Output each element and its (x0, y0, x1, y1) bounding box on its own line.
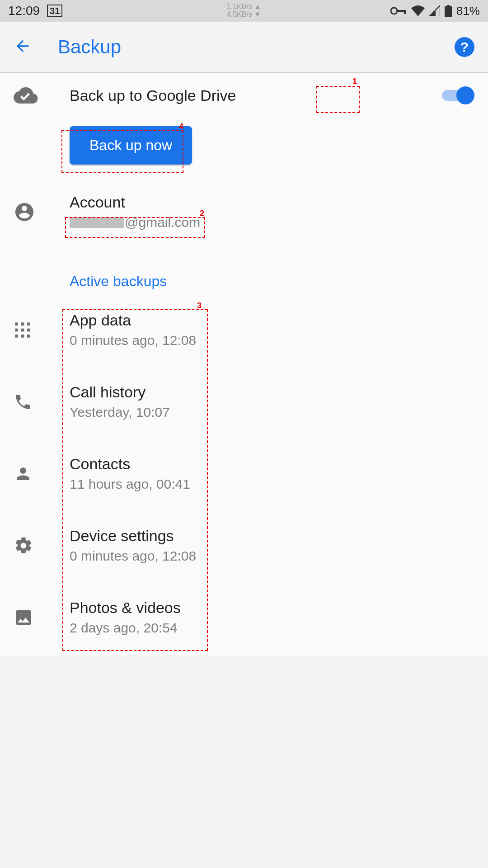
svg-point-0 (391, 8, 397, 14)
status-time: 12:09 (8, 4, 40, 18)
svg-rect-5 (15, 322, 18, 326)
calendar-date-icon: 31 (47, 5, 62, 17)
account-circle-icon (14, 201, 70, 223)
svg-rect-2 (404, 10, 406, 14)
svg-rect-13 (27, 335, 30, 338)
redacted-text (70, 217, 124, 228)
person-icon (14, 464, 70, 483)
svg-rect-7 (27, 322, 30, 326)
highlight-label-2: 2 (200, 209, 204, 218)
battery-icon (445, 5, 452, 17)
cell-signal-icon (429, 5, 440, 16)
list-item-subtitle: 11 hours ago, 00:41 (70, 476, 474, 492)
highlight-label-3: 3 (197, 301, 202, 311)
svg-rect-4 (445, 6, 452, 17)
backup-to-drive-row[interactable]: Back up to Google Drive (0, 73, 488, 118)
account-email: @gmail.com (70, 215, 474, 230)
list-item-subtitle: 2 days ago, 20:54 (70, 620, 474, 636)
active-backups-header: Active backups (0, 253, 488, 296)
list-item-subtitle: Yesterday, 10:07 (70, 405, 474, 420)
network-speed-indicator: 1.1KB/s ▲ 4.5KB/s ▼ (165, 3, 323, 19)
cloud-done-icon (14, 87, 70, 104)
call-history-row[interactable]: Call history Yesterday, 10:07 (0, 368, 488, 440)
svg-rect-8 (15, 328, 18, 331)
svg-rect-10 (27, 328, 30, 331)
gear-icon (14, 536, 70, 556)
battery-percentage: 81% (456, 4, 480, 18)
photos-videos-row[interactable]: Photos & videos 2 days ago, 20:54 (0, 584, 488, 656)
status-bar: 12:09 31 1.1KB/s ▲ 4.5KB/s ▼ 81% (0, 0, 488, 22)
list-item-subtitle: 0 minutes ago, 12:08 (70, 548, 474, 564)
device-settings-row[interactable]: Device settings 0 minutes ago, 12:08 (0, 512, 488, 584)
account-row[interactable]: Account @gmail.com (0, 178, 488, 253)
svg-rect-9 (21, 328, 24, 331)
list-item-title: Device settings (70, 527, 474, 545)
list-item-subtitle: 0 minutes ago, 12:08 (70, 333, 474, 348)
highlight-label-4: 4 (179, 122, 183, 132)
list-item-title: Call history (70, 383, 474, 401)
backup-drive-toggle[interactable] (442, 86, 474, 104)
app-data-row[interactable]: App data 0 minutes ago, 12:08 (0, 296, 488, 368)
svg-rect-11 (15, 335, 18, 338)
backup-drive-label: Back up to Google Drive (70, 87, 442, 104)
image-icon (14, 608, 70, 627)
page-title: Backup (58, 36, 455, 58)
backup-now-button[interactable]: Back up now (70, 126, 192, 165)
highlight-label-1: 1 (352, 77, 357, 86)
apps-grid-icon (14, 321, 70, 339)
wifi-icon (411, 5, 425, 16)
svg-rect-6 (21, 322, 24, 326)
back-arrow-icon[interactable] (14, 37, 32, 57)
vpn-key-icon (390, 6, 407, 15)
contacts-row[interactable]: Contacts 11 hours ago, 00:41 (0, 440, 488, 512)
account-label: Account (70, 193, 474, 211)
list-item-title: Photos & videos (70, 599, 474, 617)
list-item-title: Contacts (70, 455, 474, 473)
app-bar: Backup ? (0, 22, 488, 72)
svg-rect-3 (447, 5, 450, 6)
svg-rect-12 (21, 335, 24, 338)
help-icon[interactable]: ? (455, 37, 474, 57)
phone-icon (14, 392, 70, 411)
list-item-title: App data (70, 311, 474, 329)
